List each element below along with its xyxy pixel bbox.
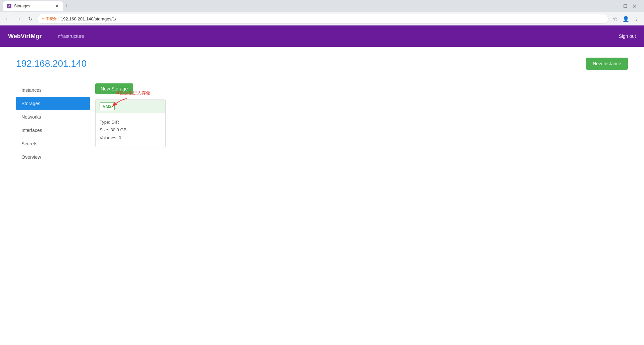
storage-card-container: 点击这里进入存储 [95, 99, 166, 147]
browser-tab[interactable]: ⚙ Storages ✕ [3, 1, 63, 11]
storage-type: Type: DIR [100, 118, 161, 126]
storage-card-header: VM2 [96, 100, 165, 113]
close-button[interactable]: ✕ [630, 2, 639, 10]
menu-button[interactable]: ⋮ [632, 14, 641, 23]
maximize-button[interactable]: □ [622, 2, 629, 10]
url-text: 192.168.201.140/storages/1/ [61, 16, 116, 21]
app-title: WebVirtMgr [8, 33, 42, 40]
sidebar-item-storages[interactable]: Storages [16, 97, 90, 110]
window-controls: ─ □ ✕ [612, 2, 639, 10]
page-header: 192.168.201.140 New Instance [16, 58, 628, 75]
signout-link[interactable]: Sign out [619, 33, 636, 39]
new-storage-button[interactable]: New Storage [95, 83, 133, 94]
content-toolbar: New Storage [95, 83, 628, 94]
sidebar-item-secrets[interactable]: Secrets [16, 137, 90, 150]
sidebar-item-networks[interactable]: Networks [16, 110, 90, 124]
new-instance-button[interactable]: New Instance [586, 58, 628, 70]
storage-card: VM2 Type: DIR Size: 30.0 GB Volumes: 0 [95, 99, 166, 147]
main-layout: Instances Storages Networks Interfaces S… [16, 83, 628, 164]
tab-close-button[interactable]: ✕ [55, 4, 59, 8]
toolbar-right: ☆ 👤 ⋮ [610, 14, 641, 23]
back-button[interactable]: ← [3, 14, 12, 23]
browser-window: ⚙ Storages ✕ + ─ □ ✕ ← → ↻ ⚠ 不安全 | 192.1… [0, 0, 644, 335]
sidebar-item-instances[interactable]: Instances [16, 83, 90, 97]
app-container: WebVirtMgr Infrastructure Sign out 192.1… [0, 25, 644, 335]
new-tab-button[interactable]: + [63, 3, 71, 10]
bookmark-button[interactable]: ☆ [610, 14, 620, 23]
sidebar-item-overview[interactable]: Overview [16, 150, 90, 164]
browser-controls: ← → ↻ ⚠ 不安全 | 192.168.201.140/storages/1… [0, 12, 644, 25]
browser-titlebar: ⚙ Storages ✕ + ─ □ ✕ [0, 0, 644, 12]
storage-size: Size: 30.0 GB [100, 126, 161, 134]
reload-button[interactable]: ↻ [25, 14, 35, 23]
account-button[interactable]: 👤 [621, 14, 631, 23]
tab-favicon: ⚙ [7, 4, 11, 8]
address-bar[interactable]: ⚠ 不安全 | 192.168.201.140/storages/1/ [37, 14, 608, 24]
infrastructure-nav-link[interactable]: Infrastructure [52, 31, 88, 42]
storage-name-badge[interactable]: VM2 [100, 102, 115, 110]
sidebar: Instances Storages Networks Interfaces S… [16, 83, 90, 164]
content-area: New Storage 点击这里进入存储 [90, 83, 628, 148]
page-content: 192.168.201.140 New Instance Instances S… [0, 47, 644, 335]
security-badge: ⚠ 不安全 | [41, 16, 59, 21]
tab-title: Storages [14, 4, 30, 8]
server-ip-heading: 192.168.201.140 [16, 58, 87, 69]
forward-button[interactable]: → [14, 14, 23, 23]
sidebar-item-interfaces[interactable]: Interfaces [16, 124, 90, 137]
storage-card-body: Type: DIR Size: 30.0 GB Volumes: 0 [96, 113, 165, 147]
minimize-button[interactable]: ─ [612, 2, 620, 10]
top-nav: WebVirtMgr Infrastructure Sign out [0, 25, 644, 47]
storage-volumes: Volumes: 0 [100, 134, 161, 142]
